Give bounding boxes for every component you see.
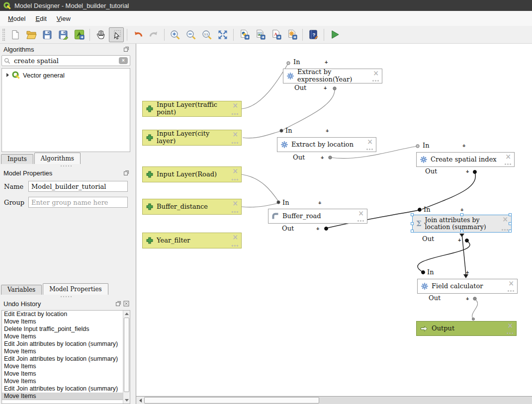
undo-item[interactable]: Edit Extract by location — [2, 311, 130, 318]
select-tool-button[interactable] — [109, 27, 124, 42]
add-output-plus[interactable]: + — [466, 296, 469, 302]
clear-search-icon[interactable]: × — [119, 57, 128, 64]
run-model-button[interactable] — [327, 27, 342, 42]
node-input-buffer-distance[interactable]: Buffer_distance × — [142, 199, 242, 215]
save-model-button[interactable] — [40, 27, 55, 42]
undo-item[interactable]: Move Items — [2, 363, 130, 370]
undo-item[interactable]: Move Items — [2, 348, 130, 355]
add-output-plus[interactable]: + — [321, 155, 324, 161]
node-options-dots-icon[interactable] — [366, 149, 373, 150]
node-extract-by-location[interactable]: Extract by location × — [277, 137, 376, 152]
scrollbar-thumb[interactable] — [124, 318, 129, 392]
remove-node-icon[interactable]: × — [232, 101, 238, 109]
node-input-traffic-point[interactable]: Input Layer(traffic point) × — [142, 101, 242, 117]
add-input-plus[interactable]: + — [462, 143, 465, 149]
remove-node-icon[interactable]: × — [373, 69, 379, 77]
scroll-up-icon[interactable] — [123, 311, 130, 317]
float-panel-icon[interactable] — [115, 301, 121, 307]
undo-item[interactable]: Edit Join attributes by location (summar… — [2, 340, 130, 348]
float-panel-icon[interactable] — [123, 170, 129, 176]
remove-node-icon[interactable]: × — [367, 138, 373, 146]
scrollbar-thumb[interactable] — [144, 397, 319, 404]
remove-node-icon[interactable]: × — [358, 209, 364, 217]
remove-node-icon[interactable]: × — [232, 199, 238, 207]
zoom-out-button[interactable] — [183, 27, 198, 42]
float-panel-icon[interactable] — [123, 46, 129, 52]
undo-button[interactable] — [130, 27, 145, 42]
remove-node-icon[interactable]: × — [508, 279, 514, 287]
node-extract-by-expression[interactable]: Extract by expression(Year) × — [283, 69, 382, 83]
node-create-spatial-index[interactable]: Create spatial index × — [416, 152, 515, 167]
node-options-dots-icon[interactable] — [232, 113, 238, 115]
node-field-calculator[interactable]: Field calculator × — [417, 279, 518, 294]
undo-item[interactable]: Move Items — [2, 333, 130, 340]
undo-item-selected[interactable]: Move Items — [2, 393, 130, 400]
save-model-in-project-button[interactable] — [72, 27, 87, 42]
selection-handle[interactable] — [460, 213, 463, 216]
export-python-button[interactable] — [237, 27, 252, 42]
add-input-plus[interactable]: + — [318, 200, 321, 206]
export-pdf-button[interactable]: A — [268, 27, 283, 42]
tab-variables[interactable]: Variables — [1, 285, 42, 295]
tree-item-vector-general[interactable]: Vector general — [2, 71, 130, 79]
node-input-road[interactable]: Input Layer(Road) × — [142, 166, 242, 182]
remove-node-icon[interactable]: × — [232, 167, 238, 175]
add-output-plus[interactable]: + — [458, 237, 461, 243]
undo-item[interactable]: Move Items — [2, 318, 130, 325]
menu-view[interactable]: View — [52, 12, 76, 25]
remove-node-icon[interactable]: × — [502, 215, 508, 223]
undo-item[interactable]: Edit Join attributes by location (summar… — [2, 385, 130, 393]
scroll-down-icon[interactable] — [123, 397, 130, 404]
node-options-dots-icon[interactable] — [505, 163, 511, 165]
add-output-plus[interactable]: + — [324, 85, 327, 91]
node-options-dots-icon[interactable] — [357, 220, 364, 222]
add-output-plus[interactable]: + — [316, 226, 319, 232]
open-model-button[interactable] — [24, 27, 39, 42]
selection-handle[interactable] — [509, 222, 512, 225]
model-name-input[interactable] — [28, 181, 128, 192]
remove-node-icon[interactable]: × — [232, 233, 238, 241]
undo-item[interactable]: Edit Join attributes by location (summar… — [2, 355, 130, 363]
zoom-actual-button[interactable]: 1:1 — [199, 27, 214, 42]
remove-node-icon[interactable]: × — [505, 153, 511, 161]
close-panel-icon[interactable] — [123, 301, 129, 307]
undo-item[interactable]: Move Items — [2, 370, 130, 378]
node-options-dots-icon[interactable] — [372, 80, 379, 81]
canvas-h-scrollbar[interactable] — [136, 396, 532, 404]
zoom-full-button[interactable] — [215, 27, 230, 42]
remove-node-icon[interactable]: × — [232, 130, 238, 138]
add-input-plus[interactable]: + — [326, 128, 329, 134]
new-model-button[interactable] — [8, 27, 23, 42]
pan-tool-button[interactable] — [93, 27, 108, 42]
node-options-dots-icon[interactable] — [232, 142, 238, 144]
node-options-dots-icon[interactable] — [508, 290, 514, 292]
add-output-plus[interactable]: + — [466, 168, 469, 174]
node-input-year-filter[interactable]: Year_filter × — [142, 233, 242, 248]
tab-algorithms[interactable]: Algorithms — [34, 153, 81, 164]
save-model-as-button[interactable] — [56, 27, 71, 42]
toolbar-drag-handle[interactable] — [2, 29, 5, 41]
add-input-plus[interactable]: + — [325, 59, 328, 65]
node-input-city-layer[interactable]: Input Layer(city layer) × — [142, 130, 242, 146]
remove-node-icon[interactable]: × — [507, 322, 513, 329]
model-canvas[interactable]: Input Layer(traffic point) × Input Layer… — [136, 44, 532, 404]
algorithm-search-input[interactable] — [13, 57, 116, 65]
node-options-dots-icon[interactable] — [502, 229, 508, 231]
dock-splitter[interactable] — [0, 164, 132, 167]
node-options-dots-icon[interactable] — [232, 179, 238, 180]
export-image-button[interactable] — [253, 27, 267, 42]
selection-handle[interactable] — [411, 230, 414, 233]
selection-handle[interactable] — [509, 213, 512, 216]
selection-handle[interactable] — [509, 230, 512, 233]
selection-handle[interactable] — [411, 213, 414, 216]
undo-item[interactable]: Move Items — [2, 378, 130, 385]
undo-list-scrollbar[interactable] — [123, 311, 130, 404]
menu-model[interactable]: Model — [3, 12, 30, 25]
selection-handle[interactable] — [411, 222, 414, 225]
add-input-plus[interactable]: + — [466, 269, 469, 275]
menu-edit[interactable]: Edit — [30, 12, 51, 25]
help-button[interactable]: ? — [306, 27, 321, 42]
redo-button[interactable] — [146, 27, 161, 42]
node-output[interactable]: Output × — [416, 321, 517, 336]
selection-handle[interactable] — [460, 230, 463, 233]
